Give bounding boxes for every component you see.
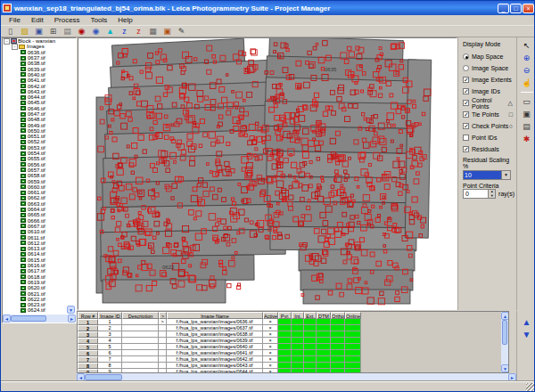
cell-online[interactable] — [345, 363, 361, 369]
cell-imagename[interactable]: f:/hua_lps_wanxian/images/0639.tif — [167, 338, 263, 344]
chevron-down-icon[interactable]: ▼ — [501, 171, 510, 179]
table-hscroll-thumb[interactable] — [85, 374, 122, 380]
cell-dtm[interactable] — [317, 350, 331, 356]
cell-row#[interactable]: 8 — [78, 363, 98, 369]
cell-ortho[interactable] — [331, 319, 345, 325]
cell-row#[interactable]: 4 — [78, 338, 98, 344]
scroll-left-icon[interactable]: ◄ — [77, 373, 85, 381]
table-row[interactable]: 99f:/hua_lps_wanxian/images/0644.tif× — [78, 369, 501, 372]
column-header-online[interactable]: Online — [345, 312, 361, 319]
cell-int[interactable] — [292, 319, 304, 325]
cell-online[interactable] — [345, 338, 361, 344]
cell-[interactable] — [159, 350, 167, 356]
image-table[interactable]: Row #Image IDDescription>Image NameActiv… — [78, 312, 501, 372]
checkbox-icon[interactable]: ✓ — [463, 111, 469, 118]
cell-dtm[interactable] — [317, 338, 331, 344]
cell-online[interactable] — [345, 331, 361, 338]
cell-imagename[interactable]: f:/hua_lps_wanxian/images/0638.tif — [167, 331, 263, 338]
cell-[interactable] — [159, 338, 167, 344]
cell-[interactable] — [159, 344, 167, 350]
tree-image-item[interactable]: 0624.tif — [3, 307, 76, 313]
cell-dtm[interactable] — [317, 356, 331, 363]
cell-description[interactable] — [122, 325, 159, 331]
map-view[interactable]: 06350622 — [78, 37, 457, 310]
menu-file[interactable]: File — [4, 16, 26, 24]
spinner-arrows[interactable]: ▲ ▼ — [488, 190, 495, 198]
cell-row#[interactable]: 2 — [78, 325, 98, 331]
cell-imageid[interactable]: 8 — [98, 363, 122, 369]
column-header-pyr[interactable]: Pyr. — [278, 312, 292, 319]
cell-online[interactable] — [345, 350, 361, 356]
table-hscroll-track[interactable] — [122, 373, 508, 381]
cell-description[interactable] — [122, 319, 159, 325]
save-block-icon[interactable]: ▣ — [33, 26, 45, 37]
checkbox-residuals[interactable]: ✓Residuals — [463, 143, 514, 155]
cell-dtm[interactable] — [317, 369, 331, 372]
cell-active[interactable]: × — [263, 325, 278, 331]
scroll-right-icon[interactable]: ► — [68, 314, 76, 323]
cell-pyr[interactable] — [278, 338, 292, 344]
cell-imagename[interactable]: f:/hua_lps_wanxian/images/0640.tif — [167, 344, 263, 350]
menu-process[interactable]: Process — [49, 16, 86, 24]
cell-int[interactable] — [292, 338, 304, 344]
cell-active[interactable]: × — [263, 363, 278, 369]
column-header-ext[interactable]: Ext. — [304, 312, 317, 319]
cell-active[interactable]: × — [263, 369, 278, 372]
scroll-down-icon[interactable]: ▼ — [501, 364, 509, 372]
cell-ext[interactable] — [304, 363, 317, 369]
table-horizontal-scrollbar[interactable]: ◄ ► — [77, 373, 516, 381]
viewer-pair-icon[interactable]: ▦ — [147, 26, 159, 37]
cell-pyr[interactable] — [278, 350, 292, 356]
cell-imageid[interactable]: 9 — [98, 369, 122, 372]
tree-hscroll-thumb[interactable] — [11, 315, 46, 322]
table-vscroll-thumb[interactable] — [502, 320, 507, 345]
cell-imageid[interactable]: 3 — [98, 331, 122, 338]
point-measurement-icon[interactable]: ◉ — [90, 26, 102, 37]
tree-scroll-down-icon[interactable]: ▼ — [67, 306, 75, 314]
checkbox-control-points[interactable]: ✓Control Points△ — [463, 97, 514, 109]
scroll-left-icon[interactable]: ◄ — [3, 314, 11, 323]
column-header-imagename[interactable]: Image Name — [167, 312, 263, 319]
edit-icon[interactable]: ✎ — [176, 26, 187, 37]
cell-ext[interactable] — [304, 331, 317, 338]
column-header-active[interactable]: Active — [263, 312, 278, 319]
cell-description[interactable] — [122, 363, 159, 369]
pyramid-icon[interactable]: ◉ — [76, 26, 87, 37]
cell-int[interactable] — [292, 350, 304, 356]
menu-edit[interactable]: Edit — [26, 16, 49, 24]
cell-ext[interactable] — [304, 356, 317, 363]
cell-imagename[interactable]: f:/hua_lps_wanxian/images/0643.tif — [167, 363, 263, 369]
cell-int[interactable] — [292, 344, 304, 350]
cell-online[interactable] — [345, 325, 361, 331]
save-view-icon[interactable]: ▣ — [520, 108, 533, 120]
table-vscroll-track[interactable] — [501, 345, 508, 364]
z-order-red-icon[interactable]: z — [133, 26, 144, 37]
cell-online[interactable] — [345, 319, 361, 325]
cell-description[interactable] — [122, 338, 159, 344]
cell-active[interactable]: × — [263, 319, 278, 325]
cell-description[interactable] — [122, 369, 159, 372]
minimize-button[interactable]: _ — [498, 4, 509, 13]
cell-ortho[interactable] — [331, 325, 345, 331]
cell-int[interactable] — [292, 356, 304, 363]
cell-pyr[interactable] — [278, 325, 292, 331]
cell-active[interactable]: × — [263, 350, 278, 356]
new-block-icon[interactable]: ▯ — [4, 26, 16, 37]
table-row[interactable]: 11>f:/hua_lps_wanxian/images/0636.tif× — [78, 319, 501, 325]
column-header-imageid[interactable]: Image ID — [98, 312, 122, 319]
cell-ortho[interactable] — [331, 331, 345, 338]
cell-ext[interactable] — [304, 369, 317, 372]
radio-icon[interactable] — [463, 65, 469, 71]
table-row[interactable]: 88f:/hua_lps_wanxian/images/0643.tif× — [78, 363, 501, 369]
menu-help[interactable]: Help — [112, 16, 137, 24]
cell-[interactable] — [159, 363, 167, 369]
cell-imagename[interactable]: f:/hua_lps_wanxian/images/0641.tif — [167, 350, 263, 356]
cell-active[interactable]: × — [263, 356, 278, 363]
update-icon[interactable]: ✱ — [520, 133, 533, 145]
column-header-row#[interactable]: Row # — [78, 312, 98, 319]
checkbox-icon[interactable]: ✓ — [463, 146, 469, 152]
copy-frame-icon[interactable]: ▤ — [62, 26, 73, 37]
maximize-button[interactable]: □ — [510, 4, 522, 13]
checkbox-icon[interactable]: ✓ — [463, 100, 469, 106]
cell-ortho[interactable] — [331, 338, 345, 344]
